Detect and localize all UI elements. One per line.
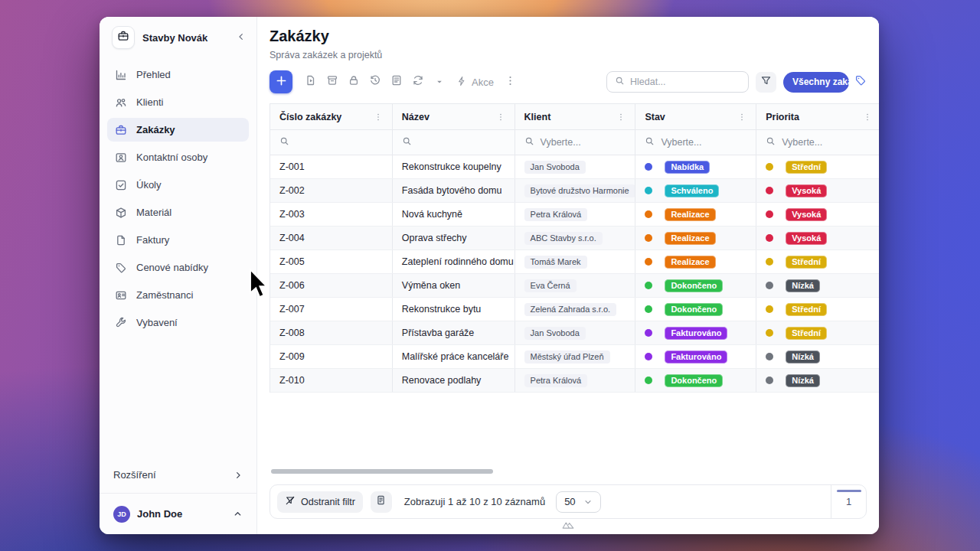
sidebar-item-extensions[interactable]: Rozšíření (100, 461, 256, 493)
client-chip: Jan Svoboda (524, 161, 586, 174)
sidebar-item-material[interactable]: Materiál (107, 201, 249, 224)
user-menu[interactable]: JD John Doe (100, 493, 256, 534)
search-icon (645, 136, 655, 148)
sidebar-item-label: Vybavení (136, 317, 178, 328)
grid-body: Z-001Rekonstrukce koupelnyJan SvobodaNab… (270, 155, 879, 393)
sidebar-item-faktury[interactable]: Faktury (107, 228, 249, 252)
cell-priority: Nízká (756, 369, 879, 392)
check-square-icon (115, 179, 127, 191)
actions-menu-button[interactable]: Akce (450, 76, 500, 89)
summary-button[interactable] (371, 491, 392, 513)
cell-order-number: Z-009 (270, 345, 393, 368)
refresh-dropdown-button[interactable] (429, 71, 450, 93)
tag-icon (115, 262, 127, 274)
extensions-label: Rozšíření (113, 469, 156, 481)
table-row[interactable]: Z-005Zateplení rodinného domuTomáš Marek… (270, 250, 879, 274)
column-header-priorita[interactable]: Priorita (756, 104, 879, 129)
sidebar-item-label: Zaměstnanci (136, 289, 193, 301)
cell-client: Eva Černá (515, 274, 636, 297)
pagination[interactable]: 1 (831, 485, 866, 518)
log-button[interactable] (386, 71, 407, 93)
sidebar-item-zakazky[interactable]: Zakázky (107, 118, 249, 142)
status-dot (645, 353, 652, 360)
client-chip: Petra Králová (524, 374, 588, 387)
sidebar-item-label: Cenové nabídky (136, 262, 208, 273)
status-badge: Realizace (665, 208, 715, 221)
search-icon (279, 136, 289, 148)
table-row[interactable]: Z-004Oprava střechyABC Stavby s.r.o.Real… (270, 227, 879, 250)
more-options-button[interactable] (500, 71, 521, 93)
table-row[interactable]: Z-008Přístavba garážeJan SvobodaFakturov… (270, 321, 879, 345)
cell-priority: Střední (756, 321, 879, 344)
column-menu-icon[interactable] (863, 112, 872, 122)
grid-footer: Odstranit filtr Zobrazuji 1 až 10 z 10 z… (270, 484, 867, 519)
table-row[interactable]: Z-002Fasáda bytového domuBytové družstvo… (270, 179, 879, 203)
sidebar-item-zamestnanci[interactable]: Zaměstnanci (107, 283, 249, 307)
cell-status: Schváleno (635, 179, 756, 202)
remove-filter-button[interactable]: Odstranit filtr (277, 491, 363, 513)
filter-nazev[interactable] (393, 130, 515, 155)
table-row[interactable]: Z-007Rekonstrukce bytuZelená Zahrada s.r… (270, 298, 879, 321)
priority-badge: Střední (786, 161, 827, 174)
client-chip: Městský úřad Plzeň (524, 350, 610, 364)
lock-button[interactable] (343, 71, 364, 93)
sidebar-item-ukoly[interactable]: Úkoly (107, 173, 249, 197)
sidebar-collapse-button[interactable] (237, 31, 246, 44)
cell-priority: Nízká (756, 345, 879, 368)
sidebar-item-vybaveni[interactable]: Vybavení (107, 311, 249, 334)
horizontal-scrollbar[interactable] (271, 469, 493, 474)
filter-cislo-zakazky[interactable] (270, 130, 393, 155)
table-row[interactable]: Z-006Výměna okenEva ČernáDokončenoNízká (270, 274, 879, 298)
file-icon (115, 234, 127, 246)
column-header-nazev[interactable]: Název (393, 104, 515, 129)
sidebar-item-klienti[interactable]: Klienti (107, 90, 249, 114)
users-icon (115, 96, 127, 109)
sidebar-item-cenove-nabidky[interactable]: Cenové nabídky (107, 256, 249, 279)
priority-badge: Vysoká (786, 232, 827, 245)
column-menu-icon[interactable] (496, 112, 505, 122)
column-header-stav[interactable]: Stav (635, 104, 756, 129)
priority-dot (766, 258, 773, 266)
priority-badge: Nízká (786, 279, 820, 292)
column-header-klient[interactable]: Klient (515, 104, 636, 129)
refresh-button[interactable] (407, 71, 429, 93)
add-record-button[interactable] (270, 70, 292, 93)
run-file-button[interactable] (300, 71, 322, 93)
cell-priority: Střední (756, 155, 879, 178)
filter-klient[interactable]: Vyberte... (515, 130, 636, 155)
client-chip: Jan Svoboda (524, 327, 586, 340)
filter-button[interactable] (756, 72, 776, 93)
search-box (606, 71, 749, 93)
search-input[interactable] (630, 77, 740, 87)
table-row[interactable]: Z-001Rekonstrukce koupelnyJan SvobodaNab… (270, 155, 879, 179)
archive-button[interactable] (322, 71, 343, 93)
column-menu-icon[interactable] (737, 112, 746, 122)
client-chip: Eva Černá (524, 279, 577, 292)
grid-filter-row: Vyberte... Vyberte... Vyberte... (270, 130, 879, 155)
wrench-icon (115, 317, 127, 329)
sidebar-item-kontaktni-osoby[interactable]: Kontaktní osoby (107, 145, 249, 169)
tags-button[interactable] (854, 74, 867, 90)
table-row[interactable]: Z-009Malířské práce kancelářeMěstský úřa… (270, 345, 879, 369)
actions-label: Akce (472, 77, 494, 88)
cell-order-name: Rekonstrukce koupelny (393, 155, 515, 178)
sidebar-item-prehled[interactable]: Přehled (107, 63, 249, 86)
table-row[interactable]: Z-010Renovace podlahyPetra KrálováDokonč… (270, 369, 879, 393)
filter-stav[interactable]: Vyberte... (635, 130, 756, 155)
sidebar-item-label: Faktury (136, 234, 169, 246)
cell-client: Zelená Zahrada s.r.o. (515, 298, 636, 321)
column-header-cislo-zakazky[interactable]: Číslo zakázky (270, 104, 393, 129)
lightning-icon (456, 76, 467, 89)
history-button[interactable] (364, 71, 386, 93)
page-size-select[interactable]: 50 (556, 491, 600, 513)
cell-status: Realizace (635, 250, 756, 273)
view-filter-button[interactable]: Všechny zakázky (783, 72, 849, 93)
briefcase-icon (117, 30, 129, 45)
cell-priority: Vysoká (756, 203, 879, 226)
grid-watermark (257, 519, 879, 534)
column-menu-icon[interactable] (374, 112, 383, 122)
table-row[interactable]: Z-003Nová kuchyněPetra KrálováRealizaceV… (270, 203, 879, 227)
filter-priorita[interactable]: Vyberte... (756, 130, 879, 155)
column-menu-icon[interactable] (616, 112, 626, 122)
priority-dot (766, 377, 773, 384)
